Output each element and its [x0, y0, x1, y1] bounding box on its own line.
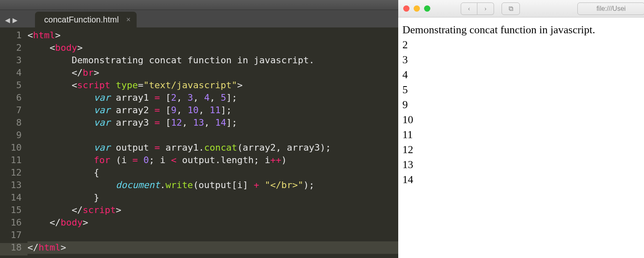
output-line: 11 [402, 127, 640, 142]
browser-pane: ‹ › ⧉ file:///Usei Demonstrating concat … [398, 0, 644, 258]
tab-active[interactable]: concatFunction.html × [35, 12, 137, 27]
window-controls [398, 5, 430, 12]
tab-row: ◀ ▶ concatFunction.html × [0, 10, 398, 27]
nav-back-icon[interactable]: ◀ [5, 16, 10, 24]
tab-filename: concatFunction.html [44, 15, 119, 25]
code-line[interactable]: </html> [27, 241, 398, 254]
line-number: 9 [0, 129, 22, 141]
nav-button-group: ‹ › [461, 2, 494, 15]
line-number: 17 [0, 229, 22, 241]
line-number: 4 [0, 67, 22, 79]
line-number: 13 [0, 179, 22, 191]
line-number: 7 [0, 104, 22, 117]
output-line: 14 [402, 172, 640, 187]
code-line[interactable] [27, 229, 398, 241]
code-line[interactable]: <html> [27, 29, 398, 42]
code-line[interactable] [27, 129, 398, 141]
zoom-window-icon[interactable] [424, 5, 430, 12]
code-line[interactable]: for (i = 0; i < output.length; i++) [27, 154, 398, 166]
code-content[interactable]: <html> <body> Demonstrating concat funct… [27, 29, 398, 258]
close-icon[interactable]: × [126, 16, 131, 23]
output-line: 10 [402, 112, 640, 127]
line-number: 6 [0, 92, 22, 104]
code-line[interactable]: var array1 = [2, 3, 4, 5]; [27, 92, 398, 104]
output-line: 13 [402, 157, 640, 172]
code-line[interactable]: var output = array1.concat(array2, array… [27, 141, 398, 154]
output-line: 12 [402, 142, 640, 157]
line-number: 1 [0, 29, 22, 42]
browser-toolbar: ‹ › ⧉ file:///Usei [398, 0, 644, 17]
url-field[interactable]: file:///Usei [577, 2, 644, 15]
minimize-window-icon[interactable] [414, 5, 420, 12]
code-line[interactable]: </script> [27, 204, 398, 216]
page-heading: Demonstrating concat function in javascr… [402, 22, 640, 37]
line-number: 8 [0, 117, 22, 129]
line-number: 5 [0, 79, 22, 92]
sidebar-icon: ⧉ [509, 5, 513, 12]
chevron-left-icon: ‹ [468, 5, 470, 12]
code-line[interactable]: { [27, 166, 398, 179]
code-line[interactable]: var array2 = [9, 10, 11]; [27, 104, 398, 117]
editor-pane: ◀ ▶ concatFunction.html × 12345678910111… [0, 0, 398, 258]
forward-button[interactable]: › [477, 2, 494, 15]
line-gutter: 123456789101112131415161718 [0, 29, 27, 258]
line-number: 10 [0, 141, 22, 154]
code-line[interactable]: var array3 = [12, 13, 14]; [27, 117, 398, 129]
output-line: 4 [402, 67, 640, 82]
line-number: 15 [0, 204, 22, 216]
line-number: 18 [0, 241, 22, 254]
code-area[interactable]: 123456789101112131415161718 <html> <body… [0, 27, 398, 258]
chevron-right-icon: › [484, 5, 487, 12]
code-line[interactable]: document.write(output[i] + "</br>"); [27, 179, 398, 191]
url-text: file:///Usei [597, 5, 626, 12]
code-line[interactable]: </body> [27, 216, 398, 229]
code-line[interactable]: <body> [27, 42, 398, 54]
line-number: 12 [0, 166, 22, 179]
code-line[interactable]: <script type="text/javascript"> [27, 79, 398, 92]
line-number: 3 [0, 54, 22, 67]
nav-arrows: ◀ ▶ [0, 16, 22, 27]
code-line[interactable]: } [27, 191, 398, 204]
line-number: 14 [0, 191, 22, 204]
close-window-icon[interactable] [403, 5, 409, 12]
code-line[interactable]: </br> [27, 67, 398, 79]
line-number: 2 [0, 42, 22, 54]
output-line: 3 [402, 52, 640, 67]
page-output: 234591011121314 [402, 37, 640, 187]
output-line: 9 [402, 97, 640, 112]
output-line: 5 [402, 82, 640, 97]
code-line[interactable]: Demonstrating concat function in javascr… [27, 54, 398, 67]
output-line: 2 [402, 37, 640, 52]
line-number: 16 [0, 216, 22, 229]
browser-content: Demonstrating concat function in javascr… [398, 17, 644, 258]
back-button[interactable]: ‹ [461, 2, 477, 15]
line-number: 11 [0, 154, 22, 166]
nav-forward-icon[interactable]: ▶ [12, 16, 17, 24]
editor-titlebar [0, 0, 398, 10]
sidebar-button[interactable]: ⧉ [502, 2, 520, 15]
